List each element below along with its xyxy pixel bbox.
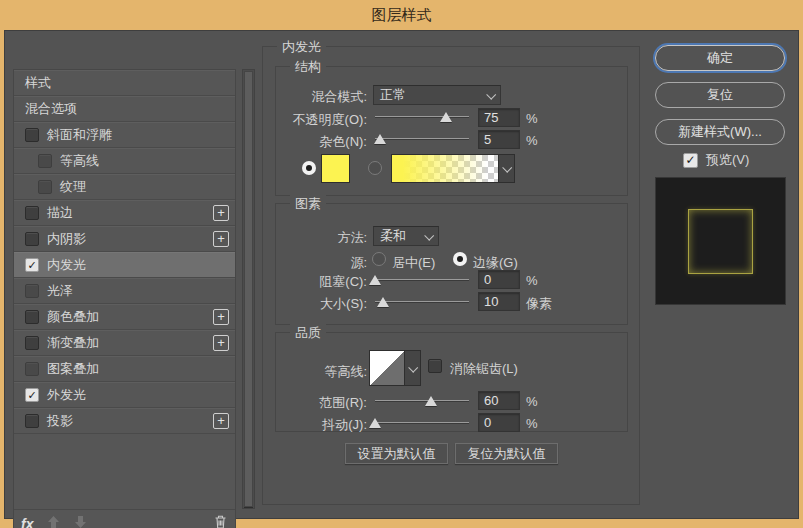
add-effect-icon[interactable]: + <box>213 309 229 325</box>
sidebar-item-10[interactable]: 颜色叠加+ <box>14 304 235 330</box>
opacity-input[interactable] <box>478 108 520 127</box>
sidebar-item-11[interactable]: 渐变叠加+ <box>14 330 235 356</box>
size-slider-thumb[interactable] <box>377 297 389 307</box>
contour-picker-button[interactable] <box>405 350 421 386</box>
blend-mode-select[interactable]: 正常 <box>373 85 501 105</box>
checked-checkbox[interactable]: ✓ <box>25 258 39 272</box>
fill-gradient-radio[interactable] <box>368 161 382 175</box>
noise-slider[interactable] <box>375 138 469 140</box>
jitter-label: 抖动(J): <box>276 416 367 434</box>
chevron-down-icon <box>424 230 434 240</box>
sidebar-item-7[interactable]: 内阴影+ <box>14 226 235 252</box>
opacity-slider-thumb[interactable] <box>440 112 452 122</box>
chevron-down-icon <box>486 89 496 99</box>
chevron-down-icon <box>502 163 512 173</box>
source-label: 源: <box>276 254 367 272</box>
unchecked-checkbox[interactable] <box>25 128 39 142</box>
unchecked-checkbox[interactable] <box>25 362 39 376</box>
noise-unit: % <box>526 133 538 148</box>
unchecked-checkbox[interactable] <box>25 310 39 324</box>
unchecked-checkbox[interactable] <box>25 206 39 220</box>
panel-title: 内发光 <box>277 38 326 56</box>
elements-legend: 图素 <box>290 195 326 213</box>
opacity-slider[interactable] <box>375 116 469 118</box>
sidebar-item-6[interactable]: 描边+ <box>14 200 235 226</box>
add-effect-icon[interactable]: + <box>213 335 229 351</box>
fill-color-radio[interactable] <box>302 161 316 175</box>
gradient-picker-button[interactable] <box>499 154 515 183</box>
add-effect-icon[interactable]: + <box>213 205 229 221</box>
sidebar-item-label: 样式 <box>25 74 51 92</box>
checked-checkbox[interactable]: ✓ <box>25 388 39 402</box>
ok-button[interactable]: 确定 <box>655 45 785 71</box>
choke-label: 阻塞(C): <box>276 273 367 291</box>
sidebar-item-1[interactable]: 样式 <box>14 70 235 96</box>
sidebar-item-3[interactable]: 斜面和浮雕 <box>14 122 235 148</box>
reset-default-button[interactable]: 复位为默认值 <box>455 443 558 464</box>
style-preview <box>655 177 786 305</box>
jitter-slider-thumb[interactable] <box>369 418 381 428</box>
unchecked-checkbox[interactable] <box>25 336 39 350</box>
preview-checkbox[interactable]: ✓ <box>683 153 698 168</box>
sidebar-item-label: 内阴影 <box>47 230 86 248</box>
sidebar-item-label: 等高线 <box>60 152 99 170</box>
antialias-label: 消除锯齿(L) <box>450 360 518 378</box>
scrollbar-thumb[interactable] <box>244 71 253 507</box>
opacity-label: 不透明度(O): <box>276 111 367 129</box>
move-down-icon[interactable] <box>74 515 87 528</box>
sidebar-item-label: 光泽 <box>47 282 73 300</box>
size-label: 大小(S): <box>276 295 367 313</box>
sidebar-item-4[interactable]: 等高线 <box>14 148 235 174</box>
unchecked-checkbox[interactable] <box>38 180 52 194</box>
sidebar-item-12[interactable]: 图案叠加 <box>14 356 235 382</box>
sidebar-item-13[interactable]: ✓外发光 <box>14 382 235 408</box>
noise-input[interactable] <box>478 130 520 149</box>
choke-slider-thumb[interactable] <box>369 275 381 285</box>
range-label: 范围(R): <box>276 394 367 412</box>
sidebar-item-5[interactable]: 纹理 <box>14 174 235 200</box>
dialog-titlebar[interactable]: 图层样式 <box>0 0 803 30</box>
move-up-icon[interactable] <box>47 515 60 528</box>
trash-icon[interactable] <box>213 514 228 528</box>
size-input[interactable] <box>478 292 520 311</box>
sidebar-item-9[interactable]: 光泽 <box>14 278 235 304</box>
source-center-radio[interactable] <box>372 252 386 266</box>
range-unit: % <box>526 394 538 409</box>
style-list-scrollbar[interactable] <box>242 69 255 509</box>
new-style-button[interactable]: 新建样式(W)... <box>655 119 785 145</box>
unchecked-checkbox[interactable] <box>25 284 39 298</box>
range-slider-thumb[interactable] <box>425 396 437 406</box>
sidebar-item-14[interactable]: 投影+ <box>14 408 235 434</box>
sidebar-item-label: 投影 <box>47 412 73 430</box>
preview-label: 预览(V) <box>706 151 749 169</box>
add-effect-icon[interactable]: + <box>213 413 229 429</box>
blend-mode-label: 混合模式: <box>276 88 367 106</box>
set-default-button[interactable]: 设置为默认值 <box>345 443 448 464</box>
choke-input[interactable] <box>478 270 520 289</box>
add-effect-icon[interactable]: + <box>213 231 229 247</box>
jitter-slider[interactable] <box>375 422 469 424</box>
sidebar-item-8[interactable]: ✓内发光 <box>14 252 235 278</box>
source-edge-radio[interactable] <box>453 252 467 266</box>
noise-slider-thumb[interactable] <box>374 134 386 144</box>
technique-select[interactable]: 柔和 <box>373 226 439 246</box>
unchecked-checkbox[interactable] <box>25 414 39 428</box>
dialog-title: 图层样式 <box>372 6 432 23</box>
reset-button[interactable]: 复位 <box>655 82 785 108</box>
sidebar-item-label: 斜面和浮雕 <box>47 126 112 144</box>
sidebar-item-label: 描边 <box>47 204 73 222</box>
gradient-bar[interactable] <box>391 154 499 183</box>
range-slider[interactable] <box>375 400 469 402</box>
antialias-checkbox[interactable] <box>428 359 442 373</box>
unchecked-checkbox[interactable] <box>38 154 52 168</box>
unchecked-checkbox[interactable] <box>25 232 39 246</box>
chevron-down-icon <box>408 362 418 372</box>
jitter-input[interactable] <box>478 413 520 432</box>
glow-color-swatch[interactable] <box>321 154 350 183</box>
choke-slider[interactable] <box>375 279 469 281</box>
contour-thumbnail[interactable] <box>369 350 405 386</box>
range-input[interactable] <box>478 391 520 410</box>
sidebar-item-2[interactable]: 混合选项 <box>14 96 235 122</box>
fx-menu-icon[interactable]: fx <box>21 516 33 528</box>
size-slider[interactable] <box>375 301 469 303</box>
